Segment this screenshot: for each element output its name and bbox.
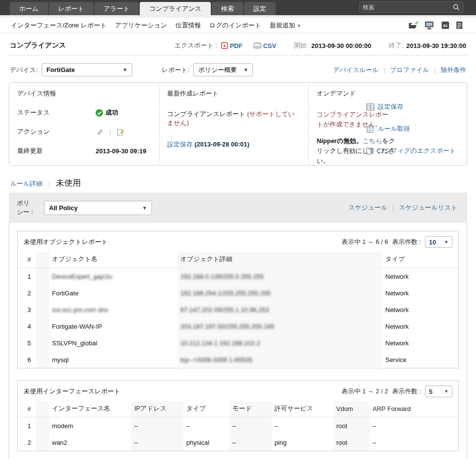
nav-applications[interactable]: アプリケーション — [115, 21, 167, 30]
column-header: インターフェース名 — [49, 401, 131, 417]
column-header — [36, 252, 49, 268]
latest-report-title: 最新作成レポート — [167, 89, 301, 98]
tab-rule-detail[interactable]: ルール詳細 — [10, 179, 43, 188]
monitor-icon[interactable] — [425, 21, 435, 30]
chevron-down-icon: ▼ — [444, 389, 449, 394]
new-folder-icon[interactable] — [408, 21, 419, 30]
report-end-time: 終了: 2013-09-30 19:30:00 — [389, 41, 466, 50]
table-cell: Network — [382, 318, 458, 335]
table-cell: physical — [183, 434, 229, 451]
export-label: エクスポート : — [175, 41, 217, 50]
table-cell: – — [370, 434, 458, 451]
ondemand-rule-fetch[interactable]: ルール取得 — [366, 124, 456, 133]
svg-text:csv: csv — [255, 45, 260, 48]
table-cell: Network — [382, 301, 458, 318]
interfaces-pagination: 表示中 1 ～ 2 / 2 表示件数 : 5▼ — [341, 386, 452, 397]
table-cell: – — [131, 434, 183, 451]
ondemand-config-save[interactable]: 設定保存 — [366, 102, 456, 111]
table-cell — [36, 351, 49, 368]
table-cell: – — [229, 417, 272, 435]
tab-search[interactable]: 検索 — [212, 2, 243, 15]
table-cell — [36, 268, 49, 285]
table-cell: wan2 — [49, 434, 131, 451]
tab-unused[interactable]: 未使用 — [56, 177, 81, 189]
table-cell: modem — [49, 417, 131, 435]
table-cell — [36, 301, 49, 318]
success-check-icon — [96, 109, 103, 117]
table-cell: 203.187.197.50/255.255.255.245 — [177, 318, 382, 335]
policy-select[interactable]: All Policy▼ — [44, 201, 152, 215]
column-header: オブジェクト名 — [49, 252, 177, 268]
table-cell: ping — [272, 434, 333, 451]
device-select[interactable]: FortiGate▼ — [42, 63, 132, 76]
svg-text:01: 01 — [443, 23, 448, 27]
table-cell: 192.168.0.139/255.0.255.255 — [177, 268, 382, 285]
nav-interface-zone-report[interactable]: インターフェース/Zone レポート — [11, 21, 107, 30]
objects-count-label: 表示件数 : — [392, 238, 421, 246]
on-demand-title: オンデマンド — [317, 89, 459, 98]
table-cell: root — [333, 417, 370, 435]
compliance-report-text: コンプライアンスレポート — [167, 110, 245, 118]
report-type-select[interactable]: ポリシー概要▼ — [193, 63, 253, 76]
objects-page-size-select[interactable]: 10▼ — [425, 236, 452, 248]
table-cell: – — [183, 417, 229, 435]
table-row: 4Fortigate-WAN-IP203.187.197.50/255.255.… — [18, 318, 458, 335]
search-icon[interactable] — [452, 3, 460, 11]
column-header — [36, 401, 49, 417]
table-cell: 4 — [18, 318, 36, 335]
table-row: 3zoi.occ.pm.com dns67.147.202.09/255.1.1… — [18, 301, 458, 318]
table-cell: Network — [382, 335, 458, 351]
device-rules-link[interactable]: デバイスルール — [333, 66, 379, 74]
unused-interfaces-report: 未使用インターフェースレポート 表示中 1 ～ 2 / 2 表示件数 : 5▼ … — [17, 380, 459, 451]
svg-text:A: A — [223, 44, 225, 48]
table-cell — [36, 285, 49, 301]
table-cell: zoi.occ.pm.com dns — [49, 301, 177, 318]
nav-geolocation[interactable]: 位置情報 — [175, 21, 201, 30]
profiles-link[interactable]: プロファイル — [390, 66, 429, 74]
table-cell: – — [370, 417, 458, 435]
table-cell: Fortigate-WAN-IP — [49, 318, 177, 335]
pdf-icon: A — [221, 42, 228, 49]
table-cell: 3 — [18, 301, 36, 318]
ondemand-config-export[interactable]: コンフィグのエクスポート — [366, 146, 456, 155]
nav-log-import[interactable]: ログのインポート — [209, 21, 261, 30]
schedule-list-link[interactable]: スケジュールリスト — [399, 203, 457, 212]
tab-home[interactable]: ホーム — [10, 2, 48, 15]
csv-icon: csv — [253, 43, 261, 48]
tab-settings[interactable]: 設定 — [244, 2, 276, 15]
schedule-link[interactable]: スケジュール — [349, 203, 388, 212]
table-icon — [366, 103, 375, 111]
config-save-report-link[interactable]: 設定保存 — [167, 141, 193, 148]
binary-data-icon[interactable]: 01 — [441, 21, 450, 30]
device-label: デバイス: — [10, 66, 38, 74]
search-input[interactable] — [363, 4, 452, 11]
global-search — [359, 1, 463, 13]
table-row: 2wan2–physical–pingroot– — [18, 434, 458, 451]
nav-add-new[interactable]: 新規追加▼ — [270, 21, 301, 30]
table-cell: 2 — [18, 434, 36, 451]
tab-alerts[interactable]: アラート — [95, 2, 139, 15]
tab-reports[interactable]: レポート — [49, 2, 94, 15]
column-header: タイプ — [183, 401, 229, 417]
fetch-config-icon[interactable] — [96, 128, 103, 136]
policy-label: ポリ シー : — [17, 199, 37, 216]
export-pdf-link[interactable]: A PDF — [221, 42, 243, 49]
column-header: ARP Forward — [370, 401, 458, 417]
interfaces-showing-text: 表示中 1 ～ 2 / 2 — [341, 387, 388, 396]
table-row: 6mysqltcp-->3306-3306 1-65535Service — [18, 351, 458, 368]
export-csv-link[interactable]: csv CSV — [253, 42, 276, 49]
report-start-time: 開始: 2013-09-30 00:00:00 — [294, 41, 371, 50]
interfaces-page-size-select[interactable]: 5▼ — [425, 386, 452, 397]
tab-compliance[interactable]: コンプライアンス — [140, 2, 210, 15]
table-cell: 6 — [18, 351, 36, 368]
document-icon — [366, 125, 375, 133]
status-label: ステータス — [17, 108, 96, 117]
table-cell: Service — [382, 351, 458, 368]
last-updated-label: 最終更新 — [17, 146, 96, 155]
edit-note-icon[interactable] — [117, 128, 125, 136]
policy-filter-bar: ポリ シー : All Policy▼ スケジュール | スケジュールリスト — [9, 193, 467, 223]
exclusions-link[interactable]: 除外条件 — [441, 66, 466, 74]
unused-reports-container: 未使用オブジェクトレポート 表示中 1 ～ 6 / 6 表示件数 : 10▼ #… — [9, 223, 467, 459]
report-document-icon[interactable] — [455, 21, 463, 30]
on-demand-column: オンデマンド コンプライアンスレポートが作成できません。 Nipperの無効。こ… — [309, 83, 467, 165]
